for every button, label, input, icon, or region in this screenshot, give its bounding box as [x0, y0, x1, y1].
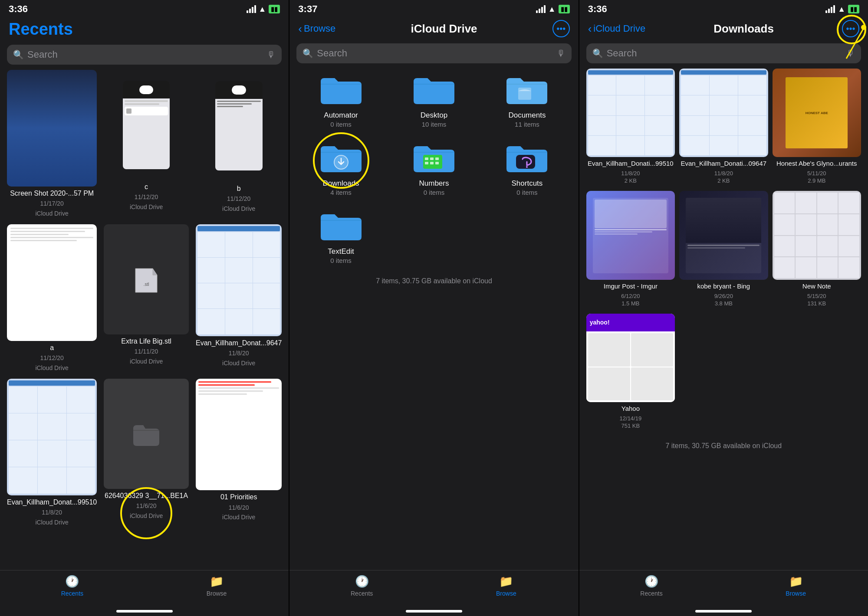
list-item[interactable]: .stl Extra Life Big.stl 11/11/20 iCloud … [104, 224, 189, 372]
list-item[interactable]: Screen Shot 2020-...57 PM 11/17/20 iClou… [7, 70, 97, 217]
tab-recents-1[interactable]: 🕐 Recents [0, 575, 145, 597]
page-title-1: Recents [9, 20, 73, 39]
mic-icon-3[interactable]: 🎙 [846, 49, 855, 59]
recents-icon-3: 🕐 [644, 575, 658, 588]
folder-icon-downloads [317, 137, 365, 176]
search-input-2[interactable]: Search [317, 48, 553, 59]
list-item[interactable]: Desktop 10 items [390, 69, 478, 128]
tab-recents-3[interactable]: 🕐 Recents [579, 575, 724, 597]
icloud-content: Automator 0 items Desktop 10 items [289, 69, 578, 570]
folder-grid: Automator 0 items Desktop 10 items [296, 69, 571, 271]
more-button-3[interactable]: ••• [842, 20, 859, 37]
search-input-1[interactable]: Search [27, 49, 263, 60]
svg-rect-10 [430, 162, 434, 164]
status-time-1: 3:36 [9, 3, 28, 15]
back-button-3[interactable]: ‹ iCloud Drive [588, 22, 646, 36]
list-item[interactable]: Numbers 0 items [390, 137, 478, 196]
list-item[interactable]: Evan_Killham_Donat...9647 11/8/20 iCloud… [196, 224, 282, 372]
status-time-3: 3:36 [588, 3, 607, 15]
recent-thumb [7, 224, 97, 341]
list-item[interactable]: Documents 11 items [483, 69, 571, 128]
file-thumb [679, 191, 768, 279]
list-item[interactable]: Evan_Killham_Donati...99510 11/8/20 2 KB [586, 69, 675, 184]
recent-thumb [196, 379, 282, 491]
recent-thumb [104, 70, 189, 180]
tab-browse-2[interactable]: 📁 Browse [434, 575, 579, 597]
status-time-2: 3:37 [298, 3, 317, 15]
wifi-icon-2: ▲ [548, 5, 556, 14]
list-item[interactable]: c 11/12/20 iCloud Drive [104, 70, 189, 217]
list-item[interactable]: Imgur Post - Imgur 6/12/20 1.5 MB [586, 191, 675, 306]
recent-thumb [7, 379, 97, 495]
tab-label-recents-1: Recents [61, 590, 83, 597]
list-item[interactable]: Automator 0 items [296, 69, 385, 128]
tab-label-recents-2: Recents [351, 590, 373, 597]
list-item[interactable]: b 11/12/20 iCloud Drive [196, 70, 282, 217]
list-item[interactable]: 01 Priorities 11/6/20 iCloud Drive [196, 379, 282, 526]
folder-icon-textedit [317, 205, 365, 244]
mic-icon-1[interactable]: 🎙 [267, 50, 276, 60]
list-item[interactable]: kobe bryant - Bing 9/26/20 3.8 MB [679, 191, 768, 306]
tab-browse-1[interactable]: 📁 Browse [145, 575, 289, 597]
mic-icon-2[interactable]: 🎙 [557, 49, 566, 59]
file-thumb: yahoo! [586, 314, 675, 402]
list-item[interactable]: 6264036329 3__71...BE1A 11/6/20 iCloud D… [104, 379, 189, 526]
search-bar-3[interactable]: 🔍 Search 🎙 [586, 43, 861, 63]
search-input-3[interactable]: Search [607, 48, 843, 59]
back-button-2[interactable]: ‹ Browse [298, 22, 335, 36]
tab-bar-1: 🕐 Recents 📁 Browse [0, 570, 289, 607]
list-item-downloads[interactable]: Downloads 4 items [296, 137, 385, 196]
wifi-icon-1: ▲ [259, 5, 266, 14]
search-bar-1[interactable]: 🔍 Search 🎙 [7, 45, 282, 65]
list-item[interactable]: a 11/12/20 iCloud Drive [7, 224, 97, 372]
downloads-content: Evan_Killham_Donati...99510 11/8/20 2 KB [579, 69, 868, 570]
svg-rect-11 [435, 162, 439, 164]
folder-icon-automator [317, 69, 365, 108]
signal-icon-1 [247, 5, 256, 13]
search-icon-3: 🔍 [592, 48, 603, 59]
files-grid: Evan_Killham_Donati...99510 11/8/20 2 KB [586, 69, 861, 436]
page-title-3: Downloads [645, 22, 842, 36]
search-icon-1: 🔍 [13, 49, 24, 60]
list-item[interactable]: Shortcuts 0 items [483, 137, 571, 196]
svg-point-13 [526, 166, 528, 168]
recents-icon-2: 🕐 [355, 575, 369, 588]
list-item[interactable]: TextEdit 0 items [296, 205, 385, 264]
recent-thumb [196, 70, 282, 182]
page-title-2: iCloud Drive [335, 22, 552, 36]
list-item[interactable]: yahoo! Yahoo 12/14/19 [586, 314, 675, 429]
tab-label-browse-2: Browse [496, 590, 516, 597]
tab-browse-3[interactable]: 📁 Browse [723, 575, 868, 597]
panel-downloads: 3:36 ▲ ▮▮ ‹ iCloud Drive Downloads ••• 🔍… [579, 0, 868, 616]
list-item[interactable]: New Note 5/15/20 131 KB [773, 191, 861, 306]
back-label-2: Browse [304, 23, 335, 34]
svg-text:.stl: .stl [144, 282, 149, 287]
tab-recents-2[interactable]: 🕐 Recents [289, 575, 434, 597]
more-button-2[interactable]: ••• [552, 20, 570, 37]
browse-icon-3: 📁 [789, 575, 803, 588]
tab-label-browse-3: Browse [786, 590, 806, 597]
tab-bar-3: 🕐 Recents 📁 Browse [579, 570, 868, 607]
file-thumb [586, 191, 675, 279]
home-indicator-1 [116, 610, 173, 613]
wifi-icon-3: ▲ [838, 5, 845, 14]
status-bar-3: 3:36 ▲ ▮▮ [579, 0, 868, 16]
svg-rect-8 [435, 157, 439, 160]
list-item[interactable]: HONEST ABE Honest Abe's Glyno...urants 5… [773, 69, 861, 184]
list-item[interactable]: Evan_Killham_Donat...99510 11/8/20 iClou… [7, 379, 97, 526]
folder-icon-numbers [410, 137, 458, 176]
folder-icon-shortcuts [503, 137, 551, 176]
list-item[interactable]: Evan_Killham_Donati...09647 11/8/20 2 KB [679, 69, 768, 184]
search-icon-2: 🔍 [302, 48, 313, 59]
recents-icon-1: 🕐 [65, 575, 79, 588]
search-bar-2[interactable]: 🔍 Search 🎙 [296, 43, 571, 63]
panel-recents: 3:36 ▲ ▮▮ Recents 🔍 Search 🎙 [0, 0, 289, 616]
footer-text-2: 7 items, 30.75 GB available on iCloud [296, 271, 571, 289]
panel-icloud-drive: 3:37 ▲ ▮▮ ‹ Browse iCloud Drive ••• 🔍 Se… [289, 0, 579, 616]
nav-bar-2: ‹ Browse iCloud Drive ••• [289, 16, 578, 42]
recent-thumb [196, 224, 282, 336]
battery-icon-1: ▮▮ [269, 5, 280, 13]
folder-icon-documents [503, 69, 551, 108]
footer-text-3: 7 items, 30.75 GB available on iCloud [586, 436, 861, 454]
recent-thumb [7, 70, 97, 187]
